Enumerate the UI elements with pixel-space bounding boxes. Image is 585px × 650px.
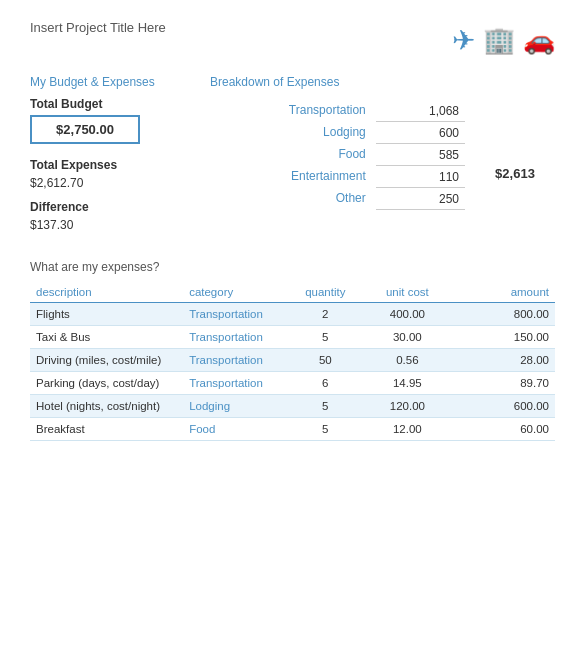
project-title: Insert Project Title Here: [30, 20, 166, 35]
breakdown-row: Food 585: [210, 143, 465, 165]
breakdown-row: Other 250: [210, 187, 465, 209]
expense-row: Parking (days, cost/day) Transportation …: [30, 372, 555, 395]
budget-section-title: My Budget & Expenses: [30, 75, 200, 89]
expense-row: Flights Transportation 2 400.00 800.00: [30, 303, 555, 326]
difference-value: $137.30: [30, 218, 200, 232]
expense-amount: 60.00: [457, 418, 555, 441]
expense-row: Breakfast Food 5 12.00 60.00: [30, 418, 555, 441]
total-expenses-label: Total Expenses: [30, 158, 200, 172]
expense-category: Lodging: [183, 395, 292, 418]
expense-unit-cost: 0.56: [358, 349, 456, 372]
breakdown-value: 600: [376, 121, 465, 143]
breakdown-category: Other: [210, 187, 376, 209]
expense-unit-cost: 120.00: [358, 395, 456, 418]
total-budget-label: Total Budget: [30, 97, 200, 111]
expense-description: Breakfast: [30, 418, 183, 441]
breakdown-table: Transportation 1,068 Lodging 600 Food 58…: [210, 99, 465, 210]
expense-quantity: 2: [293, 303, 359, 326]
expense-description: Hotel (nights, cost/night): [30, 395, 183, 418]
expense-row: Driving (miles, cost/mile) Transportatio…: [30, 349, 555, 372]
expense-amount: 600.00: [457, 395, 555, 418]
expense-category: Food: [183, 418, 292, 441]
car-icon: 🚗: [523, 25, 555, 56]
breakdown-row: Entertainment 110: [210, 165, 465, 187]
expenses-section: What are my expenses? descriptioncategor…: [30, 260, 555, 441]
total-budget-value: $2,750.00: [30, 115, 140, 144]
total-expenses-value: $2,612.70: [30, 176, 200, 190]
expense-amount: 800.00: [457, 303, 555, 326]
expense-quantity: 50: [293, 349, 359, 372]
difference-label: Difference: [30, 200, 200, 214]
breakdown-value: 585: [376, 143, 465, 165]
breakdown-row: Transportation 1,068: [210, 99, 465, 121]
expense-description: Driving (miles, cost/mile): [30, 349, 183, 372]
expense-amount: 89.70: [457, 372, 555, 395]
budget-panel: My Budget & Expenses Total Budget $2,750…: [30, 75, 200, 232]
expense-quantity: 5: [293, 326, 359, 349]
expenses-question: What are my expenses?: [30, 260, 555, 274]
expense-amount: 28.00: [457, 349, 555, 372]
expense-category: Transportation: [183, 349, 292, 372]
expenses-col-header: description: [30, 282, 183, 303]
expense-amount: 150.00: [457, 326, 555, 349]
expense-quantity: 6: [293, 372, 359, 395]
building-icon: 🏢: [483, 25, 515, 56]
breakdown-value: 1,068: [376, 99, 465, 121]
plane-icon: ✈: [452, 24, 475, 57]
expense-description: Taxi & Bus: [30, 326, 183, 349]
expense-quantity: 5: [293, 418, 359, 441]
breakdown-category: Entertainment: [210, 165, 376, 187]
expense-description: Parking (days, cost/day): [30, 372, 183, 395]
expenses-col-header: category: [183, 282, 292, 303]
expense-quantity: 5: [293, 395, 359, 418]
breakdown-total: $2,613: [475, 75, 555, 232]
breakdown-category: Food: [210, 143, 376, 165]
main-content-area: My Budget & Expenses Total Budget $2,750…: [30, 75, 555, 232]
expense-unit-cost: 12.00: [358, 418, 456, 441]
expense-description: Flights: [30, 303, 183, 326]
expense-category: Transportation: [183, 326, 292, 349]
breakdown-section-title: Breakdown of Expenses: [210, 75, 465, 89]
expense-row: Taxi & Bus Transportation 5 30.00 150.00: [30, 326, 555, 349]
breakdown-category: Lodging: [210, 121, 376, 143]
expenses-table: descriptioncategoryquantityunit costamou…: [30, 282, 555, 441]
expenses-col-header: quantity: [293, 282, 359, 303]
breakdown-row: Lodging 600: [210, 121, 465, 143]
header-icons: ✈ 🏢 🚗: [452, 24, 555, 57]
expenses-col-header: amount: [457, 282, 555, 303]
expense-unit-cost: 400.00: [358, 303, 456, 326]
expenses-table-head: descriptioncategoryquantityunit costamou…: [30, 282, 555, 303]
expense-row: Hotel (nights, cost/night) Lodging 5 120…: [30, 395, 555, 418]
expense-category: Transportation: [183, 303, 292, 326]
expense-unit-cost: 30.00: [358, 326, 456, 349]
breakdown-category: Transportation: [210, 99, 376, 121]
expense-unit-cost: 14.95: [358, 372, 456, 395]
expense-category: Transportation: [183, 372, 292, 395]
expenses-col-header: unit cost: [358, 282, 456, 303]
page-header: Insert Project Title Here ✈ 🏢 🚗: [30, 20, 555, 57]
breakdown-panel: Breakdown of Expenses Transportation 1,0…: [210, 75, 465, 232]
breakdown-value: 250: [376, 187, 465, 209]
breakdown-value: 110: [376, 165, 465, 187]
